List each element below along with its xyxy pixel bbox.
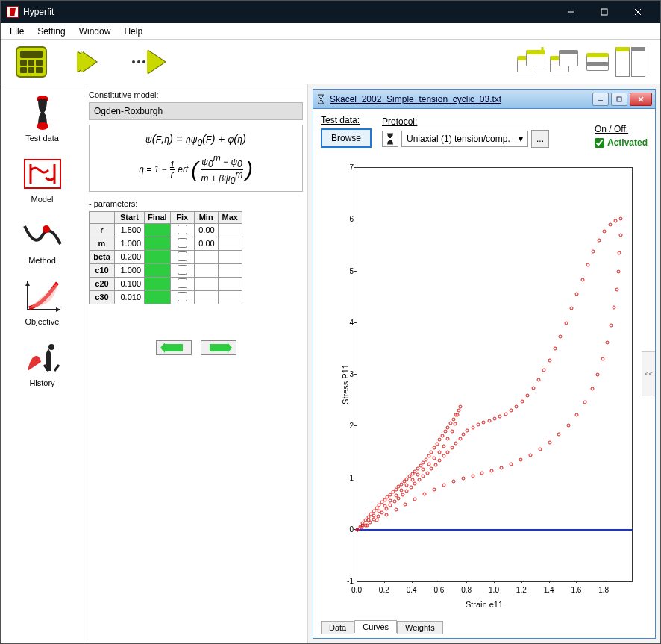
data-point — [446, 450, 450, 454]
param-max-cell[interactable] — [218, 250, 242, 263]
data-point — [504, 412, 507, 416]
data-point — [553, 347, 557, 351]
window-arrange-4-button[interactable] — [615, 47, 645, 77]
mdi-minimize-button[interactable] — [592, 93, 609, 106]
test-data-icon — [22, 93, 63, 132]
run-step-button[interactable] — [132, 50, 165, 74]
param-final-cell[interactable] — [145, 223, 171, 237]
window-arrange-3-button[interactable] — [583, 47, 613, 77]
data-point — [433, 457, 436, 460]
mdi-maximize-button[interactable] — [611, 93, 627, 106]
param-start-cell[interactable]: 1.000 — [115, 237, 145, 250]
param-fix-cell[interactable] — [170, 223, 194, 237]
protocol-select[interactable]: Uniaxial (1) tension/comp. ▾ — [401, 131, 528, 147]
data-point — [384, 507, 388, 511]
param-max-cell[interactable] — [218, 223, 242, 237]
data-point — [430, 450, 433, 454]
param-fix-checkbox[interactable] — [178, 238, 187, 248]
protocol-more-button[interactable]: ... — [531, 130, 549, 148]
param-min-cell[interactable] — [194, 263, 218, 277]
param-shift-left-button[interactable] — [156, 340, 192, 355]
param-start-cell[interactable]: 1.500 — [115, 223, 145, 237]
param-fix-cell[interactable] — [170, 263, 194, 277]
param-fix-cell[interactable] — [170, 250, 194, 263]
data-point — [409, 485, 413, 489]
window-arrange-2-button[interactable] — [550, 47, 580, 77]
chart-plot-area[interactable] — [357, 167, 633, 582]
center-panel: Constitutive model: Ogden-Roxburgh ψ(F,η… — [84, 84, 308, 643]
test-data-label: Test data: — [321, 115, 372, 125]
param-row: c200.100 — [90, 277, 242, 290]
run-all-button[interactable] — [77, 51, 102, 73]
sidebar-item-objective[interactable]: Objective — [19, 274, 66, 329]
param-row: c300.010 — [90, 290, 242, 304]
param-header-blank — [90, 211, 115, 223]
param-fix-cell[interactable] — [170, 277, 194, 290]
window-arrange-1-button[interactable] — [517, 47, 547, 77]
y-tick-label: 3 — [343, 370, 354, 378]
browse-button[interactable]: Browse — [321, 128, 372, 148]
param-final-cell[interactable] — [145, 263, 171, 277]
param-fix-checkbox[interactable] — [178, 278, 187, 288]
sidebar-item-test-data[interactable]: Test data — [19, 90, 66, 146]
param-final-cell[interactable] — [145, 237, 171, 250]
param-min-cell[interactable] — [194, 250, 218, 263]
x-tick-label: 0.6 — [433, 586, 444, 594]
data-point — [601, 357, 605, 361]
data-point — [471, 474, 474, 478]
sidebar-item-model[interactable]: Model — [19, 151, 66, 207]
collapse-right-handle[interactable]: << — [642, 351, 655, 396]
param-start-cell[interactable]: 1.000 — [115, 263, 145, 277]
param-start-cell[interactable]: 0.010 — [115, 290, 145, 304]
y-tick-label: 7 — [343, 163, 354, 172]
parameters-table: Start Final Fix Min Max r1.5000.00m1.000… — [89, 211, 242, 304]
data-point — [389, 504, 392, 507]
sidebar-item-history[interactable]: History — [19, 335, 66, 390]
param-min-cell[interactable] — [194, 277, 218, 290]
data-point — [519, 458, 522, 462]
calculate-button[interactable] — [16, 46, 47, 78]
maximize-button[interactable] — [587, 1, 621, 23]
menu-setting[interactable]: Setting — [31, 25, 71, 38]
minimize-button[interactable] — [554, 1, 587, 23]
param-max-cell[interactable] — [218, 263, 242, 277]
data-point — [613, 219, 617, 222]
param-name: c10 — [90, 263, 115, 277]
data-point — [510, 409, 513, 413]
data-point — [404, 502, 407, 506]
menu-window[interactable]: Window — [73, 25, 117, 38]
param-start-cell[interactable]: 0.100 — [115, 277, 145, 290]
data-point — [438, 458, 442, 462]
param-final-cell[interactable] — [145, 290, 171, 304]
param-final-cell[interactable] — [145, 277, 171, 290]
param-fix-checkbox[interactable] — [178, 265, 187, 275]
param-min-cell[interactable]: 0.00 — [194, 237, 218, 250]
tab-data[interactable]: Data — [321, 621, 354, 634]
param-fix-checkbox[interactable] — [178, 251, 187, 261]
param-fix-checkbox[interactable] — [178, 292, 187, 301]
mdi-close-button[interactable] — [630, 93, 652, 106]
param-fix-checkbox[interactable] — [178, 225, 187, 234]
data-point — [457, 409, 461, 413]
tab-curves[interactable]: Curves — [354, 620, 397, 633]
tab-weights[interactable]: Weights — [397, 621, 443, 634]
param-final-cell[interactable] — [145, 250, 171, 263]
model-name-field[interactable]: Ogden-Roxburgh — [89, 102, 303, 120]
param-min-cell[interactable] — [194, 290, 218, 304]
param-max-cell[interactable] — [218, 237, 242, 250]
data-point — [451, 480, 455, 484]
param-shift-right-button[interactable] — [201, 340, 236, 355]
param-max-cell[interactable] — [218, 277, 242, 290]
param-min-cell[interactable]: 0.00 — [194, 223, 218, 237]
close-button[interactable] — [621, 1, 654, 23]
menu-help[interactable]: Help — [118, 25, 148, 38]
param-max-cell[interactable] — [218, 290, 242, 304]
menu-file[interactable]: File — [4, 25, 30, 38]
param-start-cell[interactable]: 0.200 — [115, 250, 145, 263]
activated-checkbox-input[interactable] — [595, 138, 604, 148]
param-fix-cell[interactable] — [170, 290, 194, 304]
data-window-titlebar[interactable]: Skacel_2002_Simple_tension_cyclic_03.txt — [313, 90, 655, 109]
param-fix-cell[interactable] — [170, 237, 194, 250]
sidebar-item-method[interactable]: Method — [19, 213, 66, 268]
activated-checkbox[interactable]: Activated — [595, 137, 648, 148]
